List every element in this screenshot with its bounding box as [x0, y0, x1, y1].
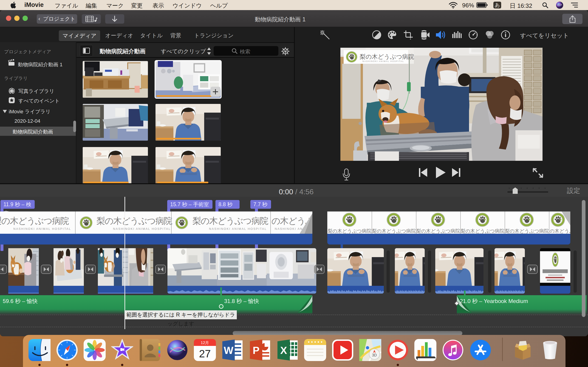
svg-text:NASHINOKI ANIMAL HOSPITAL: NASHINOKI ANIMAL HOSPITAL [363, 60, 404, 62]
svg-text:W: W [224, 345, 233, 356]
svg-text:3D: 3D [372, 353, 377, 357]
svg-text:P: P [253, 345, 259, 356]
svg-text:梨の木どうぶつ病院: 梨の木どうぶつ病院 [360, 53, 414, 60]
svg-text:12月: 12月 [201, 341, 209, 345]
svg-text:X: X [280, 345, 287, 356]
svg-text:27: 27 [199, 348, 211, 360]
